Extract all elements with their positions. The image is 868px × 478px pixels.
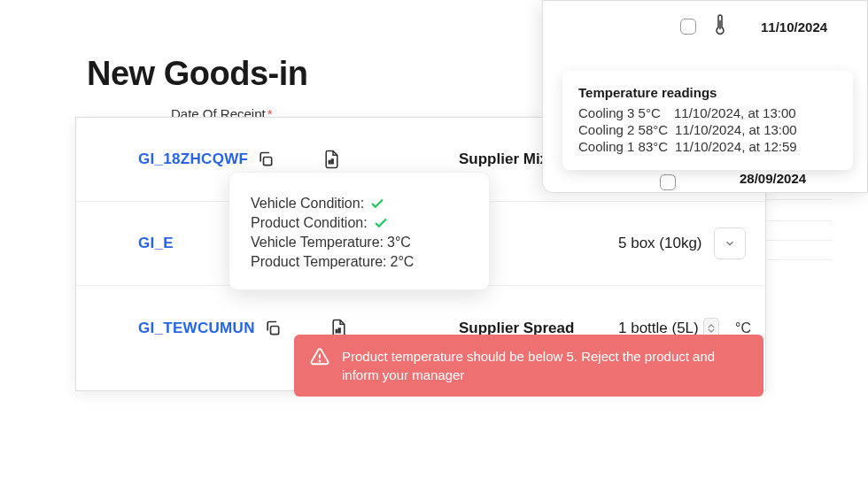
temperature-date: 28/09/2024	[740, 171, 806, 186]
temperature-alert: Product temperature should be below 5. R…	[294, 335, 763, 397]
temperature-panel: 11/10/2024 Temperature readings Cooling …	[542, 0, 868, 193]
svg-rect-4	[336, 330, 337, 333]
chevron-down-icon[interactable]	[714, 227, 746, 259]
readings-heading: Temperature readings	[578, 85, 837, 100]
temperature-checkbox[interactable]	[680, 19, 696, 35]
reading-datetime: 11/10/2024, at 13:00	[674, 105, 796, 120]
document-icon[interactable]	[323, 150, 340, 169]
product-temp-value: 2°C	[391, 254, 415, 270]
vehicle-temp-label: Vehicle Temperature:	[251, 235, 384, 251]
reading-label: Cooling 1 83°C	[578, 139, 668, 154]
temperature-readings-tooltip: Temperature readings Cooling 3 5°C 11/10…	[562, 71, 853, 170]
svg-point-8	[319, 360, 320, 361]
goods-in-id-link[interactable]: GI_18ZHCQWF	[138, 150, 248, 168]
vehicle-temp-value: 3°C	[387, 235, 411, 251]
goods-in-id-link[interactable]: GI_E	[138, 235, 174, 252]
reading-datetime: 11/10/2024, at 12:59	[675, 139, 797, 154]
reading-datetime: 11/10/2024, at 13:00	[675, 122, 797, 137]
page-title: New Goods-in	[87, 55, 307, 93]
svg-rect-3	[270, 327, 278, 335]
condition-tooltip: Vehicle Condition: Product Condition: Ve…	[229, 172, 490, 290]
warning-icon	[310, 347, 329, 370]
svg-rect-2	[332, 159, 334, 164]
temperature-date: 11/10/2024	[761, 19, 827, 35]
svg-rect-1	[329, 161, 331, 164]
temperature-checkbox[interactable]	[660, 174, 676, 190]
product-condition-label: Product Condition:	[251, 215, 368, 231]
check-icon	[369, 196, 385, 212]
quantity-value: 5 box (10kg)	[618, 235, 702, 252]
check-icon	[373, 215, 389, 231]
reading-label: Cooling 2 58°C	[578, 122, 668, 137]
goods-in-id-link[interactable]: GI_TEWCUMUN	[138, 320, 255, 337]
vehicle-condition-label: Vehicle Condition:	[251, 196, 364, 212]
alert-message: Product temperature should be below 5. R…	[342, 347, 748, 384]
svg-rect-0	[264, 158, 272, 166]
thermometer-icon	[714, 13, 726, 40]
copy-icon[interactable]	[257, 150, 275, 168]
svg-rect-5	[338, 328, 340, 333]
reading-label: Cooling 3 5°C	[578, 105, 667, 120]
copy-icon[interactable]	[264, 320, 282, 337]
product-temp-label: Product Temperature:	[251, 254, 387, 270]
